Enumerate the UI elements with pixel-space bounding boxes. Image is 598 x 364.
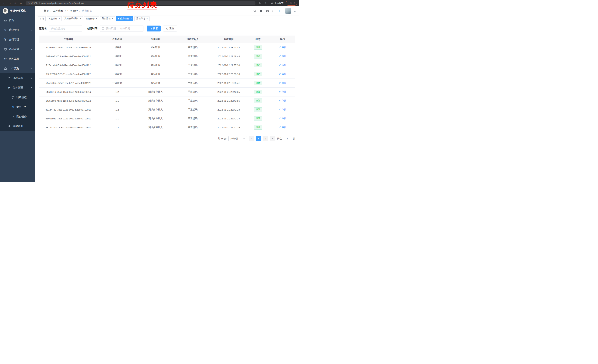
sidebar-item-label: 已办任务 [16,115,27,118]
breadcrumb-item[interactable]: 工作流程 [53,9,63,13]
tab-home[interactable]: 首页 [38,16,46,21]
sidebar-item-task-mgmt[interactable]: ⚑任务管理 [0,83,35,93]
money-icon: ¥ [4,38,7,41]
cell-initiator: 芋道源码 [175,87,211,96]
cell-status: 激活 [247,96,270,105]
goto-label: 前往 [277,137,282,140]
date-range-picker[interactable]: 开始日期 - 结束日期 [100,25,144,32]
cell-task-name: 1.2 [98,123,136,132]
approve-button[interactable]: 审批 [278,46,286,49]
cell-initiator: 芋道源码 [175,105,211,114]
page-button-2[interactable]: 2 [263,136,268,141]
chevron-down-icon [243,138,245,140]
approve-label: 审批 [282,108,286,111]
breadcrumb-item[interactable]: 任务管理 [67,9,78,13]
approve-button[interactable]: 审批 [278,108,286,111]
breadcrumb-item[interactable]: 首页 [44,9,49,13]
home-icon[interactable]: ⌂ [18,1,23,6]
cell-initiator: 芋道源码 [175,96,211,105]
tab-form-edit[interactable]: 流程表单-编辑× [63,16,83,21]
avatar[interactable] [285,8,291,14]
close-tab-icon[interactable]: × [58,17,60,20]
search-icon[interactable] [253,9,256,12]
collapse-sidebar-icon[interactable] [38,10,41,12]
end-date-placeholder: 结束日期 [120,27,130,30]
close-tab-icon[interactable]: × [130,17,132,20]
sidebar-item-process-mgmt[interactable]: 流程管理 [0,73,35,83]
more-menu-icon[interactable]: ⋮ [293,2,296,5]
approve-button[interactable]: 审批 [278,64,286,67]
approve-button[interactable]: 审批 [278,126,286,129]
cell-task-name: 一级审批 [98,61,136,70]
goto-page-input[interactable] [284,136,291,141]
font-size-icon[interactable]: TT [279,9,282,12]
github-icon[interactable] [259,9,263,13]
update-button[interactable]: 更新 ⋮ [286,1,297,6]
sidebar-item-label: 研发工具 [9,57,19,61]
fullscreen-icon[interactable] [272,9,275,12]
sidebar-item-home[interactable]: 首页 [0,16,35,25]
app-logo-row[interactable]: 芋道管理系统 [0,6,35,16]
close-tab-icon[interactable]: × [112,17,113,20]
help-icon[interactable]: ? [266,9,269,12]
double-check-icon [11,115,15,118]
sidebar-item-done-task[interactable]: 已办任务 [0,112,35,121]
sidebar-menu: 首页⚙系统管理¥支付管理基础设施⚒研发工具工作流程流程管理⚑任务管理我的流程待办… [0,16,35,131]
cell-status: 激活 [247,61,270,70]
approve-label: 审批 [282,99,286,102]
next-page-button[interactable]: › [270,136,275,141]
sidebar-item-todo-task[interactable]: 待办任务 [0,102,35,112]
approve-button[interactable]: 审批 [278,73,286,76]
sidebar-item-my-process[interactable]: 我的流程 [0,93,35,102]
approve-button[interactable]: 审批 [278,90,286,94]
tab-done-task[interactable]: 已办任务× [84,16,99,21]
approve-button[interactable]: 审批 [278,55,286,58]
page-size-select[interactable]: 10条/页 [228,136,247,141]
close-tab-icon[interactable]: × [96,17,97,20]
reset-button[interactable]: 重置 [163,25,177,32]
sidebar-item-dev-tools[interactable]: ⚒研发工具 [0,54,35,64]
approve-button[interactable]: 审批 [278,117,286,120]
cell-action: 审批 [270,61,295,70]
approve-button[interactable]: 审批 [278,99,286,102]
tab-todo-task[interactable]: 待办任务× [116,16,133,21]
sidebar: 芋道管理系统 首页⚙系统管理¥支付管理基础设施⚒研发工具工作流程流程管理⚑任务管… [0,6,35,182]
close-tab-icon[interactable]: × [146,17,148,20]
table-body: 73211d9d-7b9b-11ec-b5b7-acde48001122一级审批… [39,43,295,132]
tab-process-detail[interactable]: 流程详情× [134,16,150,21]
forward-icon[interactable]: → [8,1,12,6]
page-button-1[interactable]: 1 [256,136,261,141]
prev-page-button[interactable]: ‹ [249,136,254,141]
edit-icon [278,55,281,57]
sidebar-item-payment[interactable]: ¥支付管理 [0,35,35,44]
sidebar-item-leave-query[interactable]: 请假查询 [0,121,35,131]
range-separator: - [118,27,118,30]
table-row: 381aa1dd-7ac8-11ec-a9e2-a2380e71991a1.2测… [39,123,295,132]
key-icon[interactable] [258,1,263,6]
tab-start-process[interactable]: 发起流程× [47,16,62,21]
table-header-row: 任务编号任务名称所属流程流程发起人创建时间状态操作 [39,36,295,43]
status-badge: 激活 [254,81,262,85]
reload-icon[interactable]: ↻ [13,1,18,6]
sidebar-item-infrastructure[interactable]: 基础设施 [0,44,35,54]
back-icon[interactable]: ← [2,1,7,6]
close-tab-icon[interactable]: × [80,17,81,20]
sidebar-item-label: 支付管理 [9,38,19,41]
sidebar-item-system[interactable]: ⚙系统管理 [0,25,35,35]
cell-create-time: 2022-01-21 22:42:23 [211,114,247,123]
edit-icon [278,46,281,49]
caret-down-icon[interactable] [294,11,296,13]
search-button[interactable]: 搜索 [147,25,161,32]
approve-button[interactable]: 审批 [278,81,286,85]
process-name-input[interactable] [49,25,82,32]
top-navbar: 首页/工作流程/任务管理/待办任务 ? TT [35,6,299,16]
chat-icon [11,96,15,99]
star-icon[interactable]: ☆ [263,1,268,6]
status-badge: 激活 [254,125,262,129]
approve-label: 审批 [282,55,286,58]
cell-task-name: 一级审批 [98,70,136,79]
tab-my-process[interactable]: 我的流程× [100,16,115,21]
table-row: 75d72608-7b7f-11ec-a3c8-acde48001122一级审批… [39,70,295,79]
cell-task-name: 一级审批 [98,52,136,61]
sidebar-item-workflow[interactable]: 工作流程 [0,64,35,73]
